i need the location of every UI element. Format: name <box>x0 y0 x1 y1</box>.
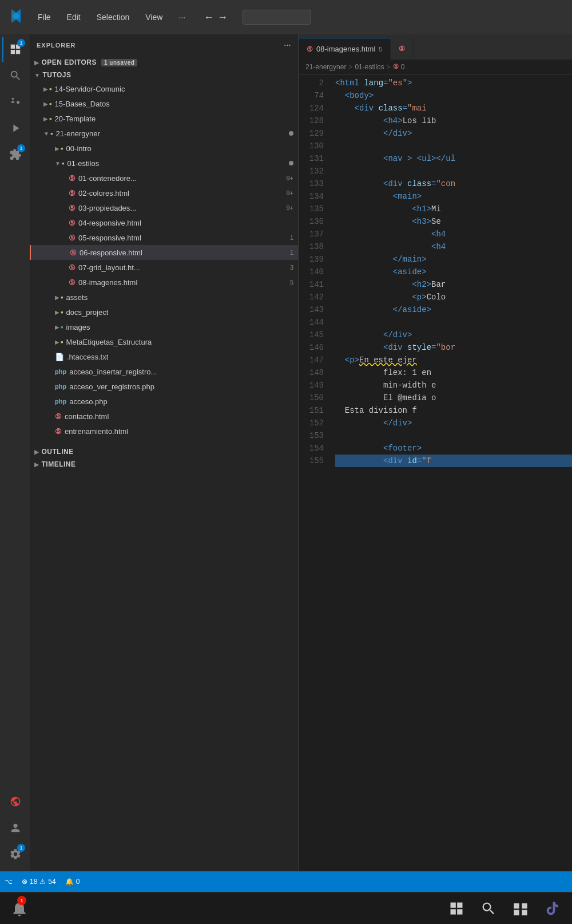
file-acceso-ver[interactable]: php acceso_ver_registros.php <box>30 379 298 394</box>
menu-selection[interactable]: Selection <box>94 11 132 23</box>
file-name: acceso_insertar_registro... <box>69 368 157 376</box>
folder-15-bases[interactable]: ▶ ▪ 15-Bases_Datos <box>30 96 298 111</box>
html-file-icon: ⑤ <box>55 412 62 421</box>
file-entrenamiento[interactable]: ⑤ entrenamiento.html <box>30 424 298 439</box>
file-05-responsive[interactable]: ⑤ 05-responsive.html 1 <box>30 230 298 245</box>
title-search-input[interactable] <box>243 10 311 25</box>
html-file-icon: ⑤ <box>69 278 76 287</box>
activity-remote[interactable] <box>2 789 27 814</box>
activity-extensions[interactable]: 1 <box>2 142 27 167</box>
activity-run[interactable] <box>2 116 27 141</box>
timeline-section[interactable]: ▶ TIMELINE <box>30 458 298 471</box>
remote-status[interactable]: ⌥ <box>5 878 13 886</box>
open-editors-section[interactable]: ▶ OPEN EDITORS 1 unsaved <box>30 56 298 69</box>
menu-edit[interactable]: Edit <box>65 11 83 23</box>
taskbar-taskview-icon[interactable] <box>510 898 531 919</box>
tutojs-section[interactable]: ▼ TUTOJS <box>30 69 298 81</box>
line-numbers: 2 74 124 128 129 130 131 132 133 134 135… <box>299 74 331 871</box>
activity-source-control[interactable] <box>2 89 27 114</box>
code-editor[interactable]: 2 74 124 128 129 130 131 132 133 134 135… <box>299 74 572 871</box>
folder-name: 21-energyner <box>56 129 100 138</box>
html-file-icon: ⑤ <box>69 204 76 212</box>
folder-21-energyner[interactable]: ▼ ▪ 21-energyner <box>30 126 298 141</box>
breadcrumb-energyner[interactable]: 21-energyner <box>305 63 346 71</box>
settings-badge: 1 <box>17 844 25 852</box>
sidebar-content: ▶ OPEN EDITORS 1 unsaved ▼ TUTOJS ▶ ▪ 14… <box>30 56 298 871</box>
line-135: <h1>Mi <box>335 203 572 215</box>
file-01-contenedore[interactable]: ⑤ 01-contenedore... 9+ <box>30 171 298 185</box>
line-145: </div> <box>335 329 572 341</box>
nav-forward-button[interactable]: → <box>217 11 228 23</box>
warning-icon: ⚠ <box>39 878 46 886</box>
menu-file[interactable]: File <box>35 11 53 23</box>
outline-section[interactable]: ▶ OUTLINE <box>30 445 298 458</box>
folder-meta-etiquetas[interactable]: ▶ ▪ MetaEtiquetas_Estructura <box>30 334 298 349</box>
activity-explorer[interactable]: 1 <box>2 37 27 62</box>
taskbar-teams-icon[interactable] <box>542 898 563 919</box>
tab-08-imagenes[interactable]: ⑤ 08-imagenes.html 5 <box>299 38 391 60</box>
line-142: <p>Colo <box>335 291 572 303</box>
taskbar: 1 <box>0 892 572 924</box>
file-contacto[interactable]: ⑤ contacto.html <box>30 409 298 424</box>
folder-icon: ▪ <box>49 100 52 108</box>
bell-icon: 🔔 <box>65 878 74 886</box>
folder-01-estilos[interactable]: ▼ ▪ 01-estilos <box>30 156 298 171</box>
html-file-icon: ⑤ <box>55 427 62 436</box>
file-htaccess[interactable]: 📄 .htaccess.txt <box>30 349 298 364</box>
folder-assets[interactable]: ▶ ▪ assets <box>30 290 298 305</box>
sidebar-options-icon[interactable]: ··· <box>284 42 291 49</box>
file-name: 06-responsive.html <box>80 248 142 257</box>
file-03-propiedades[interactable]: ⑤ 03-propiedades... 9+ <box>30 200 298 215</box>
chevron-down-icon: ▼ <box>43 131 49 137</box>
activity-bottom: 1 <box>2 789 27 871</box>
file-08-imagenes[interactable]: ⑤ 08-imagenes.html 5 <box>30 275 298 290</box>
breadcrumb-file[interactable]: 0 <box>401 63 405 71</box>
folder-images[interactable]: ▶ ▪ images <box>30 319 298 334</box>
file-name: 05-responsive.html <box>78 234 141 242</box>
file-acceso[interactable]: php acceso.php <box>30 394 298 409</box>
folder-14-servidor[interactable]: ▶ ▪ 14-Servidor-Comunic <box>30 81 298 96</box>
taskbar-search-icon[interactable] <box>478 898 499 919</box>
file-badge: 1 <box>287 249 293 256</box>
folder-00-intro[interactable]: ▶ ▪ 00-intro <box>30 141 298 156</box>
line-134: <main> <box>335 190 572 203</box>
line-139: </main> <box>335 253 572 266</box>
file-badge: 1 <box>287 234 293 241</box>
activity-account[interactable] <box>2 815 27 840</box>
file-02-colores[interactable]: ⑤ 02-colores.html 9+ <box>30 185 298 200</box>
tab-second[interactable]: ⑤ <box>391 38 414 60</box>
file-name: 08-imagenes.html <box>78 278 137 287</box>
activity-settings[interactable]: 1 <box>2 842 27 867</box>
file-name: .htaccess.txt <box>67 353 108 361</box>
file-07-grid[interactable]: ⑤ 07-grid_layout.ht... 3 <box>30 260 298 275</box>
info-status[interactable]: 🔔 0 <box>65 878 80 886</box>
line-140: <aside> <box>335 266 572 278</box>
taskbar-notification-wrap: 1 <box>9 898 30 919</box>
file-06-responsive[interactable]: ⑤ 06-responsive.html 1 <box>30 245 298 260</box>
line-154: <footer> <box>335 442 572 455</box>
file-badge: 9+ <box>283 204 293 211</box>
html-file-icon: ⑤ <box>69 189 76 198</box>
menu-more[interactable]: ··· <box>176 11 188 23</box>
folder-20-template[interactable]: ▶ ▪ 20-Template <box>30 111 298 126</box>
chevron-right-icon: ▶ <box>43 101 48 107</box>
taskbar-left: 1 <box>9 898 30 919</box>
chevron-right-icon: ▶ <box>55 294 59 301</box>
activity-search[interactable] <box>2 63 27 88</box>
menu-view[interactable]: View <box>143 11 165 23</box>
taskbar-windows-icon[interactable] <box>446 898 467 919</box>
folder-docs-project[interactable]: ▶ ▪ docs_project <box>30 305 298 319</box>
main-area: 1 1 <box>0 34 572 871</box>
file-badge: 9+ <box>283 189 293 196</box>
file-04-responsive[interactable]: ⑤ 04-responsive.html <box>30 215 298 230</box>
nav-back-button[interactable]: ← <box>204 11 214 23</box>
code-content[interactable]: <html lang="es"> <body> <div class="mai … <box>331 74 572 871</box>
errors-status[interactable]: ⊗ 18 ⚠ 54 <box>22 878 56 886</box>
folder-name: 14-Servidor-Comunic <box>55 85 125 93</box>
line-133: <div class="con <box>335 177 572 190</box>
breadcrumb-estilos[interactable]: 01-estilos <box>355 63 384 71</box>
line-151: Esta division f <box>335 404 572 417</box>
file-acceso-insertar[interactable]: php acceso_insertar_registro... <box>30 364 298 379</box>
html-tab-icon: ⑤ <box>399 45 405 53</box>
chevron-right-icon: ▶ <box>55 339 59 345</box>
